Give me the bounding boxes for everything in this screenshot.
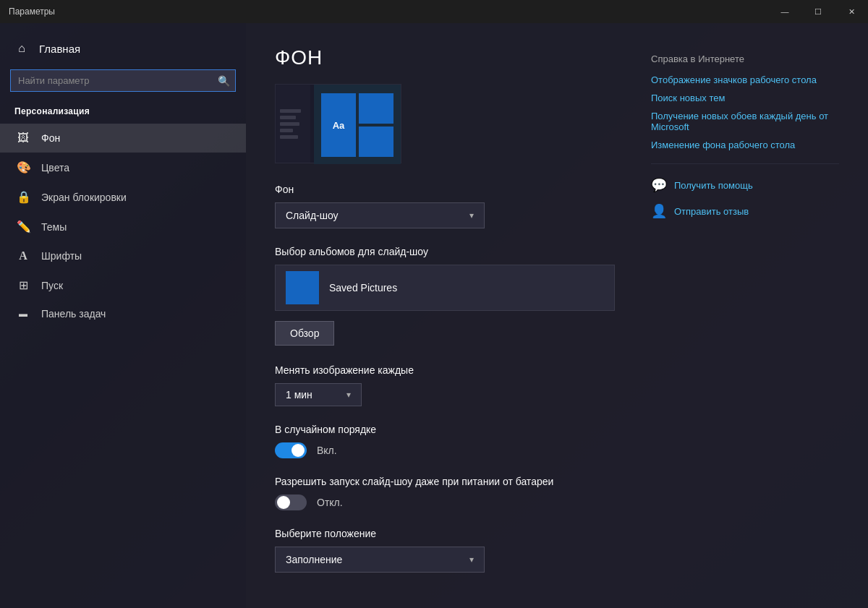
battery-off-label: Откл. bbox=[317, 497, 343, 508]
sidebar-item-start[interactable]: ⊞ Пуск bbox=[0, 270, 246, 300]
taskbar-icon: ▬ bbox=[17, 309, 30, 319]
preview-line-5 bbox=[280, 135, 298, 139]
sidebar-item-fonts[interactable]: A Шрифты bbox=[0, 241, 246, 270]
sidebar-colors-label: Цвета bbox=[41, 162, 69, 174]
preview-tile-large: Aa bbox=[321, 93, 356, 157]
help-link-2[interactable]: Получение новых обоев каждый день от Mic… bbox=[651, 111, 839, 132]
interval-value: 1 мин bbox=[286, 389, 312, 401]
album-thumbnail bbox=[286, 271, 319, 304]
sidebar-background-label: Фон bbox=[41, 132, 60, 144]
interval-section-label: Менять изображение каждые bbox=[275, 364, 622, 376]
background-icon: 🖼 bbox=[17, 132, 30, 145]
help-section-title: Справка в Интернете bbox=[651, 53, 839, 64]
preview-line-4 bbox=[280, 129, 293, 132]
sidebar: ⌂ Главная 🔍 Персонализация 🖼 Фон 🎨 Цвета… bbox=[0, 23, 246, 608]
sidebar-item-colors[interactable]: 🎨 Цвета bbox=[0, 153, 246, 182]
battery-toggle[interactable] bbox=[275, 494, 307, 510]
help-action-1[interactable]: 👤 Отправить отзыв bbox=[651, 203, 839, 219]
colors-icon: 🎨 bbox=[17, 160, 30, 174]
battery-section-label: Разрешить запуск слайд-шоу даже при пита… bbox=[275, 476, 622, 487]
preview-tiles: Aa bbox=[314, 85, 401, 164]
position-dropdown[interactable]: Заполнение ▾ bbox=[275, 547, 485, 573]
background-type-dropdown[interactable]: Слайд-шоу ▾ bbox=[275, 202, 485, 228]
help-link-3[interactable]: Изменение фона рабочего стола bbox=[651, 140, 839, 150]
title-bar-controls: — ☐ ✕ bbox=[768, 0, 868, 23]
search-box: 🔍 bbox=[10, 69, 236, 92]
home-label: Главная bbox=[39, 43, 80, 55]
sidebar-item-background[interactable]: 🖼 Фон bbox=[0, 124, 246, 153]
title-bar: Параметры — ☐ ✕ bbox=[0, 0, 868, 23]
help-action-label-0: Получить помощь bbox=[674, 180, 753, 191]
main-content: ФОН Aa Фон Слайд-шоу bbox=[246, 23, 868, 608]
title-bar-title: Параметры bbox=[0, 7, 55, 17]
album-section-label: Выбор альбомов для слайд-шоу bbox=[275, 246, 622, 257]
sidebar-item-lockscreen[interactable]: 🔒 Экран блокировки bbox=[0, 182, 246, 212]
background-preview: Aa bbox=[275, 84, 401, 163]
sidebar-item-themes[interactable]: ✏️ Темы bbox=[0, 212, 246, 241]
page-title: ФОН bbox=[275, 46, 622, 69]
preview-tile-small-2 bbox=[359, 127, 393, 157]
main-left-panel: ФОН Aa Фон Слайд-шоу bbox=[275, 46, 622, 586]
preview-line-1 bbox=[280, 109, 301, 113]
battery-toggle-knob bbox=[277, 496, 290, 509]
help-chat-icon: 💬 bbox=[651, 177, 667, 193]
dropdown-arrow-icon: ▾ bbox=[469, 210, 474, 220]
close-button[interactable]: ✕ bbox=[835, 0, 868, 23]
sidebar-taskbar-label: Панель задач bbox=[41, 308, 106, 320]
fonts-icon: A bbox=[17, 249, 30, 262]
preview-line-2 bbox=[280, 116, 296, 119]
help-action-label-1: Отправить отзыв bbox=[674, 206, 749, 217]
minimize-button[interactable]: — bbox=[768, 0, 801, 23]
interval-dropdown[interactable]: 1 мин ▾ bbox=[275, 383, 362, 406]
lockscreen-icon: 🔒 bbox=[17, 190, 30, 204]
position-dropdown-value: Заполнение bbox=[286, 554, 342, 565]
shuffle-toggle-row: Вкл. bbox=[275, 442, 622, 458]
help-link-1[interactable]: Поиск новых тем bbox=[651, 93, 839, 103]
browse-button[interactable]: Обзор bbox=[275, 321, 334, 346]
home-icon: ⌂ bbox=[14, 42, 29, 55]
sidebar-home-item[interactable]: ⌂ Главная bbox=[0, 35, 246, 62]
help-divider bbox=[651, 163, 839, 164]
shuffle-toggle[interactable] bbox=[275, 442, 307, 458]
main-right-panel: Справка в Интернете Отображение значков … bbox=[651, 46, 839, 586]
sidebar-fonts-label: Шрифты bbox=[41, 250, 82, 262]
start-icon: ⊞ bbox=[17, 278, 30, 292]
preview-tile-small-1 bbox=[359, 93, 393, 124]
help-action-0[interactable]: 💬 Получить помощь bbox=[651, 177, 839, 193]
sidebar-section-title: Персонализация bbox=[0, 103, 246, 124]
position-dropdown-arrow-icon: ▾ bbox=[469, 555, 474, 565]
search-icon[interactable]: 🔍 bbox=[218, 75, 230, 87]
preview-line-3 bbox=[280, 122, 299, 126]
album-name-label: Saved Pictures bbox=[329, 282, 397, 294]
album-item[interactable]: Saved Pictures bbox=[275, 265, 615, 311]
preview-sidebar-lines bbox=[276, 85, 310, 163]
background-dropdown-value: Слайд-шоу bbox=[286, 210, 339, 221]
help-feedback-icon: 👤 bbox=[651, 203, 667, 219]
position-section-label: Выберите положение bbox=[275, 528, 622, 539]
shuffle-on-label: Вкл. bbox=[317, 445, 337, 456]
help-link-0[interactable]: Отображение значков рабочего стола bbox=[651, 74, 839, 85]
search-input[interactable] bbox=[10, 69, 236, 92]
sidebar-themes-label: Темы bbox=[41, 221, 67, 233]
themes-icon: ✏️ bbox=[17, 220, 30, 234]
main-window: ⌂ Главная 🔍 Персонализация 🖼 Фон 🎨 Цвета… bbox=[0, 23, 868, 608]
interval-dropdown-arrow-icon: ▾ bbox=[346, 390, 351, 400]
sidebar-item-taskbar[interactable]: ▬ Панель задач bbox=[0, 300, 246, 327]
sidebar-lockscreen-label: Экран блокировки bbox=[41, 192, 127, 203]
battery-toggle-row: Откл. bbox=[275, 494, 622, 510]
maximize-button[interactable]: ☐ bbox=[801, 0, 835, 23]
shuffle-section-label: В случайном порядке bbox=[275, 424, 622, 435]
app-title: Параметры bbox=[9, 7, 55, 17]
shuffle-toggle-knob bbox=[292, 444, 305, 457]
sidebar-start-label: Пуск bbox=[41, 280, 63, 291]
background-section-label: Фон bbox=[275, 184, 622, 195]
